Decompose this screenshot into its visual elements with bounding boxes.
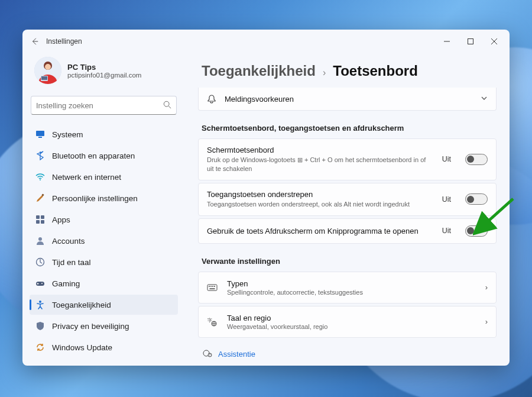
breadcrumb: Toegankelijkheid › Toetsenbord (198, 53, 497, 88)
user-name: PC Tips (67, 63, 141, 72)
svg-rect-1 (468, 39, 473, 44)
schermtoetsenbord-row[interactable]: Schermtoetsenbord Druk op de Windows-log… (198, 138, 497, 180)
row-title: Schermtoetsenbord (207, 146, 434, 154)
sidebar-item-label: Accounts (52, 237, 85, 246)
sidebar-item-label: Netwerk en internet (52, 173, 121, 182)
sidebar-item-privacy[interactable]: Privacy en beveiliging (30, 316, 178, 336)
sidebar-item-apps[interactable]: Apps (30, 209, 178, 230)
row-title: Gebruik de toets Afdrukscherm om Knippro… (207, 227, 434, 235)
toggle-knob (467, 227, 474, 234)
chevron-right-icon: › (323, 67, 326, 78)
person-icon (35, 236, 45, 246)
search-icon (163, 101, 171, 111)
toegangstoetsen-row[interactable]: Toegangstoetsen onderstrepen Toegangstoe… (198, 183, 497, 216)
keyboard-icon (207, 282, 218, 293)
assist-label: Assistentie (218, 350, 255, 359)
sidebar-item-tijd-taal[interactable]: Tijd en taal (30, 252, 178, 272)
sidebar-item-label: Gaming (52, 279, 80, 288)
taal-regio-link[interactable]: 字 Taal en regio Weergavetaal, voorkeurst… (198, 306, 497, 338)
help-icon: ? (203, 348, 212, 360)
page-title: Toetsenbord (333, 63, 418, 79)
toggle-state-label: Uit (442, 227, 451, 235)
user-block[interactable]: PC Tips pctipsinfo01@gmail.com (30, 53, 178, 93)
user-text: PC Tips pctipsinfo01@gmail.com (67, 63, 141, 79)
svg-point-19 (38, 237, 42, 241)
search-input[interactable] (36, 101, 163, 110)
svg-text:?: ? (209, 353, 210, 357)
toggle-schermtoetsenbord[interactable] (465, 154, 488, 165)
section-heading-1: Schermtoetsenbord, toegangstoetsen en af… (202, 124, 493, 133)
chevron-right-icon: › (485, 317, 488, 326)
afdrukscherm-row[interactable]: Gebruik de toets Afdrukscherm om Knippro… (198, 218, 497, 244)
avatar-icon (34, 57, 61, 84)
assistentie-link[interactable]: ? Assistentie (198, 340, 497, 360)
sidebar-item-bluetooth[interactable]: Bluetooth en apparaten (30, 146, 178, 166)
meldingsvoorkeuren-row[interactable]: Meldingsvoorkeuren (198, 88, 497, 111)
maximize-button[interactable] (459, 33, 482, 50)
link-title: Taal en regio (227, 314, 476, 322)
maximize-icon (468, 38, 473, 44)
svg-rect-8 (41, 76, 47, 80)
wifi-icon (35, 172, 45, 182)
sidebar-item-windows-update[interactable]: Windows Update (30, 337, 178, 357)
shield-icon (35, 321, 45, 331)
settings-window: Instellingen (22, 30, 510, 366)
bluetooth-icon (35, 151, 45, 160)
sidebar-item-persoonlijke[interactable]: Persoonlijke instellingen (30, 188, 178, 208)
paintbrush-icon (35, 193, 45, 203)
row-title: Meldingsvoorkeuren (225, 95, 294, 104)
svg-point-13 (40, 179, 41, 180)
minimize-icon (444, 38, 450, 44)
sidebar-item-toegankelijkheid[interactable]: Toegankelijkheid (30, 295, 178, 315)
row-subtitle: Toegangstoetsen worden onderstreept, ook… (207, 200, 434, 209)
sidebar-item-accounts[interactable]: Accounts (30, 231, 178, 251)
toggle-knob (467, 156, 474, 163)
sidebar-item-label: Apps (52, 215, 70, 224)
link-subtitle: Spellingcontrole, autocorrectie, tekstsu… (227, 289, 476, 296)
bell-icon (207, 94, 216, 104)
close-icon (491, 38, 497, 44)
window-controls (435, 33, 506, 50)
sidebar-item-gaming[interactable]: Gaming (30, 273, 178, 293)
sidebar-item-label: Toegankelijkheid (52, 301, 111, 309)
globe-char-icon: 字 (207, 317, 218, 327)
svg-point-6 (45, 64, 51, 70)
sidebar: PC Tips pctipsinfo01@gmail.com Systeem B… (22, 53, 185, 366)
sidebar-item-netwerk[interactable]: Netwerk en internet (30, 167, 178, 187)
sidebar-item-label: Systeem (52, 130, 83, 139)
toggle-state-label: Uit (442, 155, 451, 163)
avatar (34, 57, 61, 84)
svg-rect-15 (36, 215, 40, 219)
arrow-left-icon (31, 37, 39, 46)
minimize-button[interactable] (435, 33, 459, 50)
sidebar-item-systeem[interactable]: Systeem (30, 124, 178, 144)
main-panel: Toegankelijkheid › Toetsenbord Meldingsv… (185, 53, 510, 366)
row-title: Toegangstoetsen onderstrepen (207, 190, 434, 199)
toggle-afdrukscherm[interactable] (465, 225, 488, 237)
chevron-down-icon (481, 93, 488, 104)
titlebar: Instellingen (22, 30, 510, 53)
svg-rect-17 (36, 220, 40, 224)
window-title: Instellingen (46, 37, 82, 46)
gamepad-icon (35, 279, 45, 288)
row-subtitle: Druk op de Windows-logotoets ⊞ + Ctrl + … (207, 156, 434, 173)
svg-rect-18 (41, 220, 44, 224)
breadcrumb-parent[interactable]: Toegankelijkheid (202, 63, 316, 79)
close-button[interactable] (482, 33, 506, 50)
search-box[interactable] (31, 96, 177, 115)
svg-point-22 (41, 283, 43, 284)
section-heading-2: Verwante instellingen (202, 257, 493, 266)
svg-point-23 (39, 301, 41, 303)
svg-point-9 (164, 101, 169, 106)
svg-line-10 (168, 106, 171, 108)
toggle-state-label: Uit (442, 195, 451, 204)
update-icon (35, 343, 45, 352)
toggle-toegangstoetsen[interactable] (465, 193, 488, 205)
sidebar-item-label: Windows Update (52, 343, 112, 352)
sidebar-item-label: Bluetooth en apparaten (52, 151, 135, 160)
back-button[interactable] (26, 33, 44, 50)
window-content: PC Tips pctipsinfo01@gmail.com Systeem B… (22, 53, 510, 366)
svg-rect-16 (41, 215, 44, 219)
typen-link[interactable]: Typen Spellingcontrole, autocorrectie, t… (198, 272, 497, 304)
clock-globe-icon (35, 257, 45, 267)
